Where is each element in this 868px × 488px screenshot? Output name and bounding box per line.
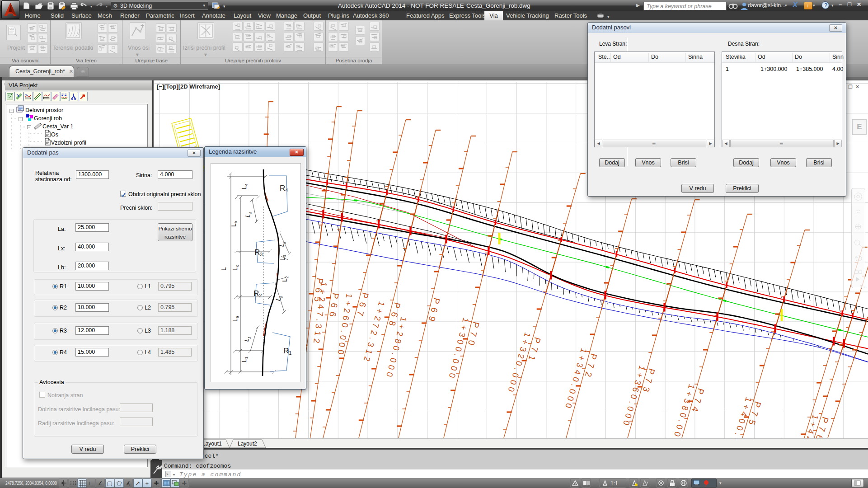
svg-text:1+360.000: 1+360.000 — [620, 365, 647, 429]
svg-text:L: L — [220, 267, 227, 271]
svg-text:P66: P66 — [327, 292, 341, 321]
svg-text:L1: L1 — [240, 357, 249, 362]
svg-text:Via: Via — [9, 28, 14, 31]
svg-text:R1: R1 — [283, 347, 291, 356]
svg-text:L4: L4 — [240, 183, 249, 189]
svg-text:R2: R2 — [253, 289, 262, 298]
svg-text:▾: ▾ — [90, 5, 92, 9]
svg-text:1+300.000: 1+300.000 — [446, 317, 471, 381]
svg-text:L2: L2 — [281, 276, 289, 282]
svg-text:Lb: Lb — [230, 221, 238, 227]
svg-text:1:1: 1:1 — [610, 480, 618, 487]
svg-text:Layout2: Layout2 — [238, 441, 257, 447]
svg-text:Lx: Lx — [231, 265, 239, 271]
svg-text:▾: ▾ — [860, 284, 862, 287]
svg-text:Layout1: Layout1 — [202, 441, 222, 447]
svg-text:▾: ▾ — [223, 4, 225, 9]
svg-text:L1: L1 — [243, 335, 252, 343]
svg-text:La: La — [231, 316, 239, 322]
svg-text:R3: R3 — [254, 248, 263, 257]
svg-text:L3: L3 — [279, 255, 287, 261]
svg-text:▾: ▾ — [106, 5, 108, 9]
svg-text:▾: ▾ — [607, 14, 610, 19]
svg-text:L4: L4 — [244, 211, 253, 218]
